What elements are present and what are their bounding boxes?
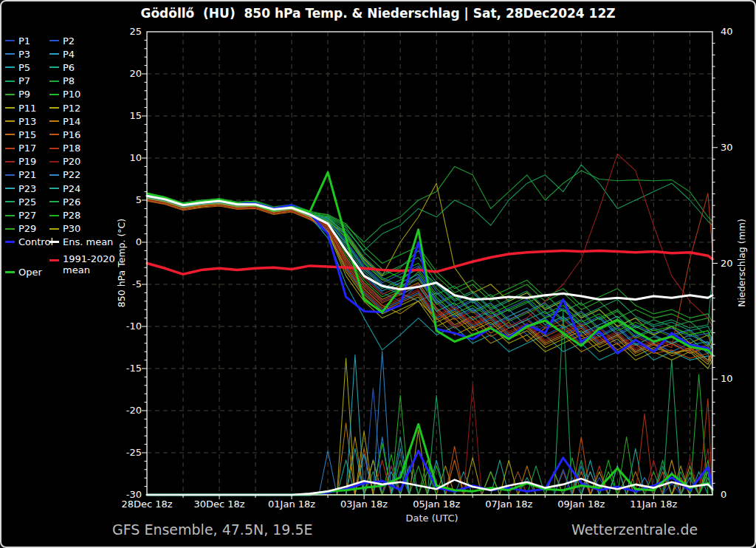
y-left-tick-label: 5 bbox=[111, 194, 142, 205]
legend-item-p21: P21 bbox=[5, 168, 49, 182]
legend-item-p24: P24 bbox=[49, 182, 113, 195]
legend-item-p1: P1 bbox=[5, 34, 49, 47]
legend-item-p13-swatch bbox=[5, 120, 15, 122]
legend-item-p7: P7 bbox=[5, 75, 49, 88]
legend-item-p7-label: P7 bbox=[18, 75, 30, 86]
legend-item-p6-swatch bbox=[49, 66, 59, 68]
legend-item-p17: P17 bbox=[5, 142, 49, 155]
legend-item-p17-swatch bbox=[5, 148, 15, 149]
legend-item-p11-swatch bbox=[5, 107, 15, 109]
legend-item-p23: P23 bbox=[5, 182, 49, 195]
legend-item-p28-label: P28 bbox=[63, 210, 80, 221]
y-right-tick-label: 40 bbox=[721, 26, 750, 37]
y-right-tick-label: 10 bbox=[721, 373, 750, 384]
y-left-tick-label: -20 bbox=[111, 405, 142, 416]
legend-item-p19-swatch bbox=[5, 161, 15, 162]
legend-item-p20: P20 bbox=[49, 155, 113, 168]
legend-item-p28: P28 bbox=[49, 208, 113, 222]
plot-frame bbox=[147, 32, 712, 495]
legend-item-p30: P30 bbox=[49, 222, 113, 236]
legend-item-control: Control bbox=[5, 236, 49, 249]
y-left-tick-label: 15 bbox=[111, 110, 142, 121]
legend-item-p2-label: P2 bbox=[63, 35, 75, 47]
legend-item-p20-swatch bbox=[49, 161, 59, 162]
footer-branding: Wetterzentrale.de bbox=[571, 521, 698, 538]
legend-item-p21-swatch bbox=[5, 174, 15, 176]
legend-item-p14-swatch bbox=[49, 120, 59, 122]
legend-item-p26-swatch bbox=[49, 201, 59, 202]
y-right-tick-label: 30 bbox=[721, 142, 750, 153]
legend-item-p13: P13 bbox=[5, 114, 49, 128]
x-axis-title: Date (UTC) bbox=[395, 513, 469, 524]
legend-item-oper: Oper bbox=[5, 267, 42, 278]
legend-item-p16-label: P16 bbox=[63, 129, 80, 140]
x-tick-label: 28Dec 18z bbox=[111, 499, 182, 510]
meteogram-figure: Gödöllő (HU) 850 hPa Temp. & Niederschla… bbox=[0, 0, 756, 548]
legend-item-p24-swatch bbox=[49, 188, 59, 189]
legend-item-p7-swatch bbox=[5, 81, 15, 82]
legend-item-control-label: Control bbox=[18, 236, 53, 247]
legend-item-p18-swatch bbox=[49, 148, 59, 149]
legend-item-p10: P10 bbox=[49, 88, 113, 101]
legend-item-p30-label: P30 bbox=[63, 223, 80, 234]
legend-item-p6-label: P6 bbox=[63, 62, 75, 73]
legend-item-p3-swatch bbox=[5, 53, 15, 55]
legend: P1P2P3P4P5P6P7P8P9P10P11P12P13P14P15P16P… bbox=[5, 34, 113, 249]
legend-item-p27: P27 bbox=[5, 208, 49, 222]
legend-item-p15-swatch bbox=[5, 134, 15, 135]
legend-item-p3: P3 bbox=[5, 47, 49, 61]
legend-item-p15: P15 bbox=[5, 128, 49, 141]
legend-item-p8-label: P8 bbox=[63, 75, 75, 86]
y-left-tick-label: -25 bbox=[111, 447, 142, 458]
legend-item-p9-swatch bbox=[5, 94, 15, 95]
legend-item-control-swatch bbox=[5, 241, 15, 243]
legend-item-p24-label: P24 bbox=[63, 183, 80, 194]
legend-item-p23-label: P23 bbox=[18, 183, 36, 194]
legend-item-p14: P14 bbox=[49, 114, 113, 128]
legend-item-p8: P8 bbox=[49, 75, 113, 88]
legend-item-p29-label: P29 bbox=[18, 223, 36, 234]
footer-model-info: GFS Ensemble, 47.5N, 19.5E bbox=[112, 521, 313, 538]
legend-item-p26: P26 bbox=[49, 195, 113, 208]
legend-item-ens-mean-swatch bbox=[49, 241, 59, 243]
temp-series-p1 bbox=[147, 199, 712, 356]
legend-item-p27-swatch bbox=[5, 215, 15, 216]
y-axis-title-temp: 850 hPa Temp. (°C) bbox=[116, 219, 127, 307]
y-left-tick-label: -10 bbox=[111, 321, 142, 332]
legend-item-p4-label: P4 bbox=[63, 49, 75, 60]
legend-item-p18-label: P18 bbox=[63, 143, 80, 154]
x-tick-label: 11Jan 18z bbox=[618, 499, 689, 510]
y-right-tick-label: 20 bbox=[721, 258, 750, 269]
oper-swatch bbox=[5, 271, 15, 273]
legend-item-p21-label: P21 bbox=[18, 169, 36, 180]
legend-item-p10-swatch bbox=[49, 94, 59, 95]
y-left-tick-label: 0 bbox=[111, 236, 142, 247]
x-tick-label: 01Jan 18z bbox=[256, 499, 327, 510]
legend-item-p16: P16 bbox=[49, 128, 113, 141]
legend-item-p1-label: P1 bbox=[18, 35, 30, 47]
legend-item-p11: P11 bbox=[5, 101, 49, 114]
legend-item-p12-label: P12 bbox=[63, 103, 80, 114]
legend-item-p25: P25 bbox=[5, 195, 49, 208]
oper-label: Oper bbox=[18, 267, 42, 278]
legend-item-p20-label: P20 bbox=[63, 156, 80, 167]
x-tick-label: 09Jan 18z bbox=[546, 499, 616, 510]
legend-item-p15-label: P15 bbox=[18, 129, 36, 140]
legend-item-p12-swatch bbox=[49, 107, 59, 109]
legend-item-p23-swatch bbox=[5, 188, 15, 189]
x-tick-label: 05Jan 18z bbox=[401, 499, 472, 510]
legend-item-p22-swatch bbox=[49, 174, 59, 176]
y-left-tick-label: -5 bbox=[111, 278, 142, 290]
legend-item-p11-label: P11 bbox=[18, 103, 36, 114]
x-tick-label: 03Jan 18z bbox=[329, 499, 399, 510]
legend-item-p5: P5 bbox=[5, 61, 49, 74]
legend-item-p27-label: P27 bbox=[18, 210, 36, 221]
legend-item-p29: P29 bbox=[5, 222, 49, 236]
y-left-tick-label: 25 bbox=[111, 26, 142, 37]
legend-item-p17-label: P17 bbox=[18, 143, 36, 154]
legend-item-p4: P4 bbox=[49, 47, 113, 61]
legend-item-p19: P19 bbox=[5, 155, 49, 168]
x-tick-label: 07Jan 18z bbox=[473, 499, 544, 510]
legend-item-p2: P2 bbox=[49, 34, 113, 47]
legend-item-p2-swatch bbox=[49, 40, 59, 41]
